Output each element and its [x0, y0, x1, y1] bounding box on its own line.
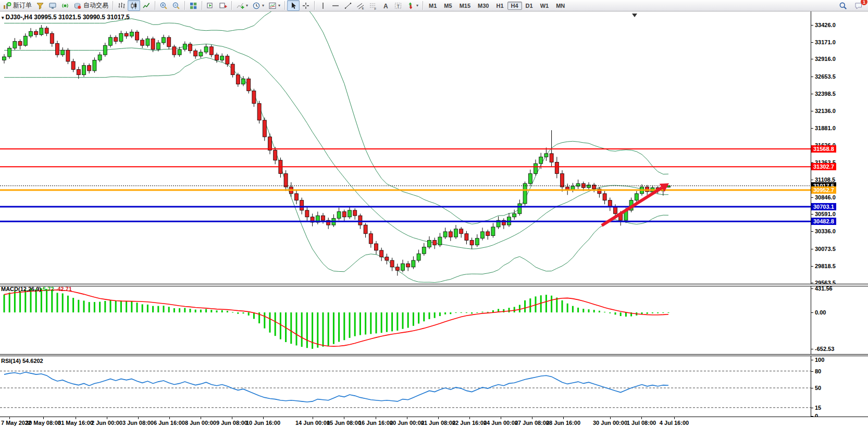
vertical-line-button[interactable] — [317, 0, 329, 11]
crosshair-icon — [302, 2, 310, 10]
chart-title: ▾DJ30-,H4 30995.5 31021.5 30990.5 31017.… — [2, 14, 130, 21]
new-order-button[interactable]: 新订单 — [1, 0, 34, 11]
time-tick — [641, 417, 642, 419]
timeframe-button-M30[interactable]: M30 — [474, 2, 492, 10]
scale-tick — [811, 408, 813, 408]
macd-indicator-panel[interactable] — [0, 286, 811, 354]
cursor-button[interactable] — [287, 0, 300, 11]
trendline-button[interactable] — [342, 0, 354, 11]
time-tick-label: 27 Jun 08:00 — [515, 420, 549, 426]
zoom-out-button[interactable] — [170, 0, 182, 11]
chevron-down-icon: ▾ — [278, 4, 280, 8]
chart-step-button[interactable] — [204, 0, 217, 11]
template-icon — [268, 2, 277, 10]
bar-chart-button[interactable] — [115, 0, 128, 11]
time-tick-label: 10 Jun 16:00 — [246, 420, 280, 426]
time-tick — [313, 417, 313, 419]
indicators-button[interactable]: ▾ — [234, 0, 250, 11]
time-tick-label: 3 Jun 08:00 — [122, 420, 154, 426]
time-tick — [169, 417, 170, 419]
tile-windows-icon — [189, 2, 197, 10]
search-button[interactable] — [837, 0, 849, 11]
channel-button[interactable]: E — [354, 0, 367, 11]
line-chart-button[interactable] — [140, 0, 153, 11]
toolbar-separator — [284, 1, 285, 10]
price-tick-label: 32398.5 — [815, 90, 836, 97]
market-watch-button[interactable] — [46, 0, 59, 11]
rsi-line — [4, 372, 668, 402]
funnel-icon — [36, 2, 44, 10]
price-tick-label: 30336.0 — [815, 228, 836, 235]
time-tick-label: 24 Jun 00:00 — [483, 420, 518, 426]
timeframe-button-D1[interactable]: D1 — [522, 2, 537, 10]
scale-tick — [811, 388, 813, 388]
price-tick-label: 30073.5 — [815, 245, 836, 253]
text-button[interactable]: A — [379, 0, 392, 11]
toolbar-separator — [155, 1, 155, 10]
scale-tick — [811, 249, 813, 249]
toolbar-separator — [184, 1, 185, 10]
timeframe-button-H4[interactable]: H4 — [507, 2, 522, 10]
timeframe-button-M1[interactable]: M1 — [425, 2, 440, 10]
time-tick — [344, 417, 344, 419]
symbol-dropdown-icon[interactable]: ▾ — [2, 15, 4, 20]
text-icon: A — [381, 2, 390, 10]
fibonacci-button[interactable]: F — [367, 0, 379, 11]
horizontal-line-button[interactable] — [329, 0, 342, 11]
panel-divider-macd-rsi[interactable] — [0, 354, 868, 356]
main-price-chart[interactable] — [0, 11, 811, 284]
autotrading-button-label: 自动交易 — [83, 1, 108, 10]
scale-tick — [811, 349, 813, 349]
time-tick — [376, 417, 376, 419]
new-chart-button[interactable] — [217, 0, 229, 11]
zoom-in-button[interactable] — [157, 0, 170, 11]
timeframe-button-M15[interactable]: M15 — [456, 2, 474, 10]
panel-divider-main-macd[interactable] — [0, 284, 868, 286]
autotrading-icon — [73, 2, 82, 10]
time-tick — [201, 417, 201, 419]
scale-tick — [811, 214, 813, 215]
candlestick-button[interactable] — [128, 0, 140, 11]
notifications-button[interactable]: 1 — [852, 0, 865, 11]
time-tick-label: 31 May 16:00 — [58, 420, 93, 426]
timeframe-button-MN[interactable]: MN — [552, 2, 568, 10]
channel-icon: E — [356, 2, 365, 10]
time-tick-label: 30 May 08:00 — [26, 420, 61, 426]
rsi-indicator-panel[interactable] — [0, 356, 811, 417]
scale-tick — [811, 266, 813, 267]
timeframe-button-H1[interactable]: H1 — [492, 2, 507, 10]
time-tick-label: 21 Jun 08:00 — [421, 420, 455, 426]
scale-tick — [811, 360, 813, 360]
chart-play-icon — [206, 2, 215, 10]
order-icon — [3, 2, 11, 10]
main-toolbar: 新订单自动交易▾▾▾EFAT▾M1M5M15M30H1H4D1W1MN1 — [0, 0, 868, 11]
scale-tick — [811, 180, 813, 180]
arrows-button[interactable]: ▾ — [404, 0, 420, 11]
autotrading-button[interactable]: 自动交易 — [71, 0, 110, 11]
rsi-indicator-label: RSI(14) 54.6202 — [1, 358, 43, 364]
macd-signal-line — [4, 290, 668, 346]
time-tick-label: 9 Jun 08:00 — [216, 420, 247, 426]
time-scale[interactable]: 7 May 202230 May 08:0031 May 16:002 Jun … — [0, 417, 868, 428]
rsi-tick-label: 100 — [815, 356, 824, 363]
toolbar-separator — [231, 1, 232, 10]
label-button[interactable]: T — [392, 0, 404, 11]
templates-button[interactable]: ▾ — [266, 0, 282, 11]
time-tick-label: 16 Jun 16:00 — [358, 420, 393, 426]
time-tick — [107, 417, 107, 419]
tile-windows-button[interactable] — [187, 0, 200, 11]
timeframe-button-M5[interactable]: M5 — [440, 2, 455, 10]
timeframe-button-W1[interactable]: W1 — [537, 2, 553, 10]
funnel-button[interactable] — [34, 0, 46, 11]
time-tick-label: 14 Jun 00:00 — [295, 420, 330, 426]
rsi-label-text: RSI(14) — [1, 358, 21, 364]
chevron-down-icon: ▾ — [246, 4, 248, 8]
time-tick-label: 2 Jun 00:00 — [91, 420, 122, 426]
chart-shift-marker[interactable] — [632, 14, 637, 17]
time-tick-label: 22 Jun 16:00 — [452, 420, 487, 426]
signals-button[interactable] — [59, 0, 71, 11]
periods-button[interactable]: ▾ — [250, 0, 266, 11]
crosshair-button[interactable] — [300, 0, 312, 11]
vline-icon — [319, 2, 327, 10]
price-tick-label: 32136.0 — [815, 107, 836, 115]
